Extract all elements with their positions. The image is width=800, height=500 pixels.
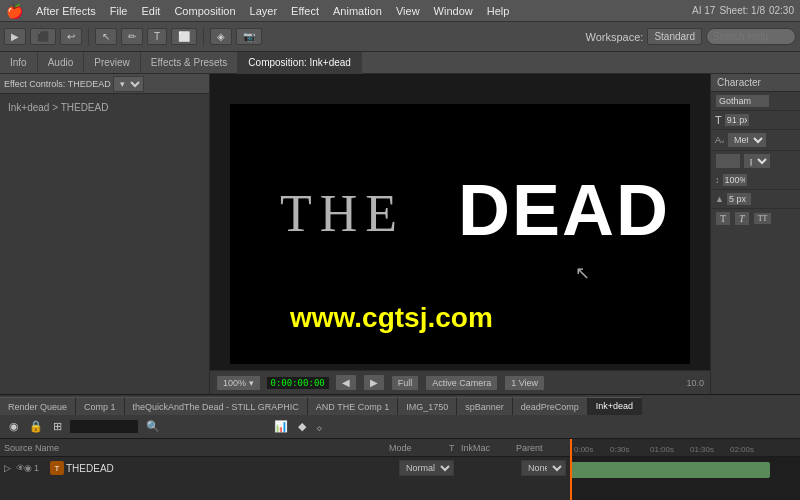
- menu-aftereffects[interactable]: After Effects: [29, 3, 103, 19]
- char-leading-input[interactable]: [722, 173, 748, 187]
- toolbar-text-tool[interactable]: T: [147, 28, 167, 45]
- menu-effect[interactable]: Effect: [284, 3, 326, 19]
- tl-tab-inkdead[interactable]: Ink+dead: [588, 397, 642, 415]
- allcaps-btn[interactable]: TT: [753, 212, 773, 225]
- menu-view[interactable]: View: [389, 3, 427, 19]
- char-style-row: T T TT: [711, 209, 800, 228]
- char-size-row: T: [711, 111, 800, 130]
- comp-text-dead: DEAD: [458, 169, 670, 251]
- menu-help[interactable]: Help: [480, 3, 517, 19]
- char-kerning-input[interactable]: [715, 153, 741, 169]
- play-btn[interactable]: ▶: [363, 374, 385, 391]
- toolbar-select-tool[interactable]: ↖: [95, 28, 117, 45]
- menu-file[interactable]: File: [103, 3, 135, 19]
- toolbar-pen-tool[interactable]: ✏: [121, 28, 143, 45]
- timecode-display: 0:00:00:00: [267, 377, 329, 389]
- tab-composition[interactable]: Composition: Ink+dead: [238, 52, 362, 74]
- tracking-label: Aᵥ: [715, 135, 725, 145]
- toolbar-btn-3[interactable]: ↩: [60, 28, 82, 45]
- comp-text-url: www.cgtsj.com: [290, 302, 493, 334]
- menu-edit[interactable]: Edit: [134, 3, 167, 19]
- italic-btn[interactable]: T: [734, 211, 750, 226]
- tl-search-btn[interactable]: 🔍: [143, 419, 163, 434]
- sheet-indicator: Sheet: 1/8: [719, 5, 765, 16]
- col-parent: Parent: [516, 443, 566, 453]
- menu-bar: 🍎 After Effects File Edit Composition La…: [0, 0, 800, 22]
- char-size-input[interactable]: [724, 113, 750, 127]
- toolbar-shape-tool[interactable]: ⬜: [171, 28, 197, 45]
- tl-tab-still-graphic[interactable]: theQuickAndThe Dead - STILL GRAPHIC: [125, 397, 308, 415]
- menu-composition[interactable]: Composition: [167, 3, 242, 19]
- char-font-input[interactable]: [715, 94, 770, 108]
- menu-animation[interactable]: Animation: [326, 3, 389, 19]
- toolbar-btn-1[interactable]: ▶: [4, 28, 26, 45]
- tl-layer-type-icon: T: [50, 461, 64, 475]
- bold-btn[interactable]: T: [715, 211, 731, 226]
- tl-eye-icon[interactable]: 👁: [16, 463, 24, 473]
- tl-tab-deadprecomp[interactable]: deadPreComp: [513, 397, 588, 415]
- comp-text-the: THE: [280, 184, 405, 243]
- tl-tab-comp1[interactable]: Comp 1: [76, 397, 125, 415]
- tl-solo-dot[interactable]: ◉: [24, 463, 32, 473]
- tl-ruler: 0:00s 0:30s 01:00s 01:30s 02:00s: [570, 439, 800, 457]
- tl-mode-dropdown[interactable]: Normal: [399, 460, 454, 476]
- char-tracking-row: Aᵥ Metrics: [711, 130, 800, 151]
- tl-solo-btn[interactable]: ◉: [6, 419, 22, 434]
- tl-timecode-input[interactable]: 0:00:00:00: [69, 419, 139, 434]
- tracking-type-dropdown[interactable]: Metrics: [727, 132, 767, 148]
- tl-tab-img1750[interactable]: IMG_1750: [398, 397, 457, 415]
- tl-graph-btn[interactable]: 📊: [271, 419, 291, 434]
- tl-tab-and-comp1[interactable]: AND THE Comp 1: [308, 397, 398, 415]
- tab-effects-presets[interactable]: Effects & Presets: [141, 52, 239, 74]
- tl-tab-render-queue[interactable]: Render Queue: [0, 397, 76, 415]
- baseline-label: ▲: [715, 194, 724, 204]
- char-t-icon: T: [715, 114, 722, 126]
- separator-1: [88, 28, 89, 46]
- timeline-container: Render Queue Comp 1 theQuickAndThe Dead …: [0, 394, 800, 500]
- toolbar-mask-tool[interactable]: ◈: [210, 28, 232, 45]
- tl-marker-btn[interactable]: ◆: [295, 419, 309, 434]
- menu-window[interactable]: Window: [427, 3, 480, 19]
- view-dropdown[interactable]: 1 View: [504, 375, 545, 391]
- main-area: Effect Controls: THEDEAD ▾ Ink+dead > TH…: [0, 74, 800, 394]
- tl-toolbar: ◉ 🔒 ⊞ 0:00:00:00 🔍 📊 ◆ ⬦: [0, 415, 800, 439]
- effect-controls-body: Ink+dead > THEDEAD: [0, 94, 209, 394]
- tl-playhead[interactable]: [570, 439, 572, 500]
- effect-controls-dropdown[interactable]: ▾: [113, 76, 144, 92]
- tab-info[interactable]: Info: [0, 52, 38, 74]
- canvas-area[interactable]: 100% ▾ 0:00:00:00 ◀ ▶ Full Active Camera…: [210, 74, 710, 394]
- tl-lock-btn[interactable]: 🔒: [26, 419, 46, 434]
- tl-parent-dropdown[interactable]: None: [521, 460, 566, 476]
- tl-right-panel: 0:00s 0:30s 01:00s 01:30s 02:00s: [570, 439, 800, 500]
- tl-keyframe-btn[interactable]: ⬦: [313, 420, 326, 434]
- quality-dropdown[interactable]: Full: [391, 375, 420, 391]
- tl-left-panel: Source Name Mode T InkMac Parent ▷ 👁 ◉ 1…: [0, 439, 570, 500]
- tl-expand-arrow[interactable]: ▷: [4, 463, 16, 473]
- panel-tabs: Info Audio Preview Effects & Presets Com…: [0, 52, 800, 74]
- search-input[interactable]: [706, 28, 796, 45]
- toolbar-camera-tool[interactable]: 📷: [236, 28, 262, 45]
- char-baseline-row: ▲: [711, 190, 800, 209]
- toolbar-btn-2[interactable]: ⬛: [30, 28, 56, 45]
- prev-frame-btn[interactable]: ◀: [335, 374, 357, 391]
- ai-badge: AI 17: [692, 5, 715, 16]
- char-kerning-unit[interactable]: px: [743, 153, 771, 169]
- char-double-row: px: [711, 151, 800, 171]
- ruler-mark-3: 01:30s: [690, 445, 714, 454]
- camera-dropdown[interactable]: Active Camera: [425, 375, 498, 391]
- end-time: 10.0: [686, 378, 704, 388]
- tab-preview[interactable]: Preview: [84, 52, 141, 74]
- ruler-mark-0: 0:00s: [574, 445, 594, 454]
- tl-expand-btn[interactable]: ⊞: [50, 419, 65, 434]
- tl-tab-spbanner[interactable]: spBanner: [457, 397, 513, 415]
- zoom-dropdown[interactable]: 100% ▾: [216, 375, 261, 391]
- char-leading-row: ↕: [711, 171, 800, 190]
- timeline-tabs: Render Queue Comp 1 theQuickAndThe Dead …: [0, 395, 800, 415]
- char-baseline-input[interactable]: [726, 192, 752, 206]
- tl-layer-bar[interactable]: [570, 462, 770, 478]
- workspace-dropdown[interactable]: Standard: [647, 28, 702, 45]
- menu-layer[interactable]: Layer: [243, 3, 285, 19]
- tab-audio[interactable]: Audio: [38, 52, 85, 74]
- tl-layer-name: THEDEAD: [66, 463, 399, 474]
- menu-right-info: AI 17 Sheet: 1/8 02:30: [692, 5, 800, 16]
